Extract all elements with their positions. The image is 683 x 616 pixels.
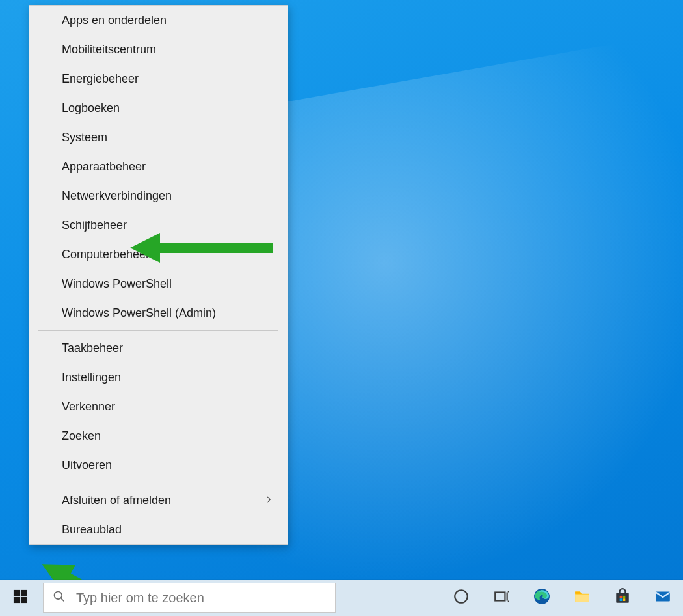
ctx-label: Bureaublad [62,523,122,537]
start-button[interactable] [0,580,40,616]
mail-button[interactable] [643,580,683,616]
store-button[interactable] [602,580,643,616]
ctx-label: Systeem [62,131,107,144]
ctx-power-options[interactable]: Energiebeheer [29,64,288,94]
svg-rect-19 [623,598,626,601]
winx-context-menu: Apps en onderdelen Mobiliteitscentrum En… [29,5,288,545]
ctx-label: Mobiliteitscentrum [62,43,156,57]
svg-rect-9 [495,593,505,601]
ctx-label: Schijfbeheer [62,219,127,232]
ctx-label: Apps en onderdelen [62,14,167,27]
ctx-separator [38,330,278,331]
edge-button[interactable] [522,580,562,616]
edge-icon [533,588,550,608]
ctx-powershell[interactable]: Windows PowerShell [29,269,288,299]
ctx-computer-management[interactable]: Computerbeheer [29,240,288,269]
ctx-device-manager[interactable]: Apparaatbeheer [29,152,288,181]
ctx-search[interactable]: Zoeken [29,422,288,451]
svg-rect-5 [21,597,27,603]
folder-icon [574,588,591,608]
svg-rect-3 [21,590,27,596]
svg-point-6 [55,592,62,600]
ctx-run[interactable]: Uitvoeren [29,451,288,480]
ctx-mobility-center[interactable]: Mobiliteitscentrum [29,35,288,64]
ctx-separator [38,483,278,483]
file-explorer-button[interactable] [562,580,602,616]
ctx-event-viewer[interactable]: Logboeken [29,94,288,123]
ctx-label: Taakbeheer [62,341,123,355]
ctx-label: Energiebeheer [62,72,139,86]
ctx-label: Windows PowerShell (Admin) [62,306,216,320]
ctx-task-manager[interactable]: Taakbeheer [29,334,288,363]
svg-point-8 [455,590,468,603]
ctx-desktop[interactable]: Bureaublad [29,515,288,544]
ctx-explorer[interactable]: Verkenner [29,392,288,422]
ctx-label: Logboeken [62,101,120,115]
search-input[interactable] [75,590,326,606]
svg-rect-16 [620,596,623,598]
ctx-label: Computerbeheer [62,248,150,261]
ctx-shutdown-signout[interactable]: Afsluiten of afmelden [29,486,288,515]
store-icon [614,588,631,608]
chevron-right-icon [264,494,273,507]
ctx-label: Zoeken [62,429,101,443]
svg-rect-2 [14,590,20,596]
ctx-disk-management[interactable]: Schijfbeheer [29,211,288,240]
mail-icon [654,588,671,608]
cortana-button[interactable] [441,580,481,616]
ctx-system[interactable]: Systeem [29,123,288,152]
svg-rect-4 [14,597,20,603]
svg-rect-18 [620,598,623,601]
task-view-icon [493,588,510,608]
ctx-settings[interactable]: Instellingen [29,363,288,392]
svg-rect-17 [623,596,626,598]
ctx-label: Instellingen [62,371,121,384]
task-view-button[interactable] [481,580,522,616]
ctx-powershell-admin[interactable]: Windows PowerShell (Admin) [29,299,288,328]
cortana-icon [453,588,470,608]
ctx-label: Windows PowerShell [62,277,172,291]
svg-rect-15 [616,593,629,603]
svg-line-7 [61,598,64,602]
search-icon [53,590,66,606]
ctx-label: Netwerkverbindingen [62,189,172,203]
windows-logo-icon [13,589,27,606]
taskbar-tray [441,580,683,616]
ctx-apps-features[interactable]: Apps en onderdelen [29,6,288,35]
svg-rect-14 [575,595,589,602]
taskbar-search[interactable] [43,583,336,613]
ctx-label: Apparaatbeheer [62,160,146,174]
ctx-label: Afsluiten of afmelden [62,494,171,507]
ctx-label: Uitvoeren [62,459,112,472]
ctx-label: Verkenner [62,400,115,414]
taskbar [0,580,683,616]
ctx-network-connections[interactable]: Netwerkverbindingen [29,181,288,211]
